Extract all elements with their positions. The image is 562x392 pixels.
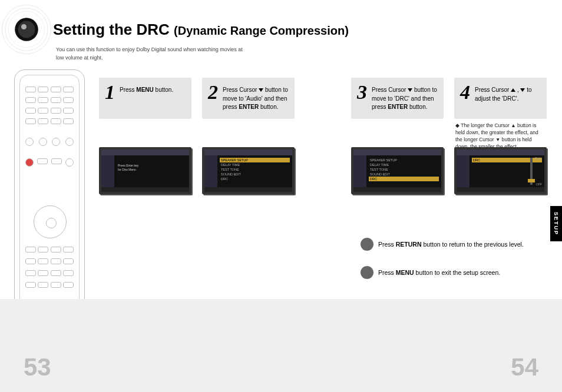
heading-sub: (Dynamic Range Compression) bbox=[174, 24, 349, 37]
screenshot-1-text: Press Enter key for Disc Menu bbox=[118, 164, 138, 172]
up-arrow-icon bbox=[511, 88, 515, 92]
screenshot-4-slider: FULL OFF bbox=[523, 157, 541, 186]
screenshot-3: SPEAKER SETUP DELAY TIME TEST TONE SOUND… bbox=[351, 147, 444, 194]
menu-instruction: Press MENU button to exit the setup scre… bbox=[361, 266, 500, 279]
screenshot-2-list: SPEAKER SETUP DELAY TIME TEST TONE SOUND… bbox=[220, 158, 290, 181]
return-instruction: Press RETURN button to return to the pre… bbox=[361, 238, 524, 251]
screenshot-3-list: SPEAKER SETUP DELAY TIME TEST TONE SOUND… bbox=[369, 158, 439, 181]
screenshot-1: Press Enter key for Disc Menu bbox=[99, 147, 191, 194]
step-4: 4 Press Cursor , to adjust the 'DRC'. ◆ … bbox=[454, 78, 547, 151]
remote-illustration bbox=[14, 69, 85, 317]
page-footer-band bbox=[0, 299, 562, 392]
step-1-number: 1 bbox=[105, 84, 115, 102]
page-heading: Setting the DRC (Dynamic Range Compressi… bbox=[53, 21, 349, 39]
step-1-text: Press MENU button. bbox=[120, 84, 173, 95]
step-1: 1 Press MENU button. bbox=[99, 78, 191, 151]
step-2: 2 Press Cursor button to move to 'Audio'… bbox=[202, 78, 295, 151]
steps-row: 1 Press MENU button. 2 Press Cursor butt… bbox=[99, 78, 547, 151]
step-2-number: 2 bbox=[208, 84, 218, 102]
step-3: 3 Press Cursor button to move to 'DRC' a… bbox=[351, 78, 444, 151]
speaker-swirl-graphic bbox=[0, 3, 53, 56]
page-number-right: 54 bbox=[511, 353, 538, 381]
page-number-left: 53 bbox=[24, 353, 51, 381]
intro-text: You can use this function to enjoy Dolby… bbox=[56, 46, 250, 62]
step-4-note: ◆ The longer the Cursor ▲ button is held… bbox=[454, 119, 547, 151]
down-arrow-icon bbox=[408, 88, 412, 92]
step-4-number: 4 bbox=[460, 84, 470, 102]
down-arrow-icon bbox=[259, 88, 263, 92]
section-tab-setup: SETUP bbox=[550, 206, 562, 241]
screenshots-row: Press Enter key for Disc Menu SPEAKER SE… bbox=[99, 147, 547, 194]
return-button-icon bbox=[361, 238, 373, 251]
screenshot-2: SPEAKER SETUP DELAY TIME TEST TONE SOUND… bbox=[202, 147, 295, 194]
step-4-text: Press Cursor , to adjust the 'DRC'. bbox=[475, 84, 541, 103]
step-3-text: Press Cursor button to move to 'DRC' and… bbox=[372, 84, 438, 112]
svg-point-5 bbox=[21, 24, 27, 29]
step-2-text: Press Cursor button to move to 'Audio' a… bbox=[223, 84, 289, 112]
step-3-number: 3 bbox=[357, 84, 367, 102]
svg-point-4 bbox=[18, 21, 35, 38]
screenshot-4: DRC FULL OFF bbox=[454, 147, 547, 194]
menu-button-icon bbox=[361, 266, 373, 279]
heading-main: Setting the DRC bbox=[53, 21, 174, 38]
